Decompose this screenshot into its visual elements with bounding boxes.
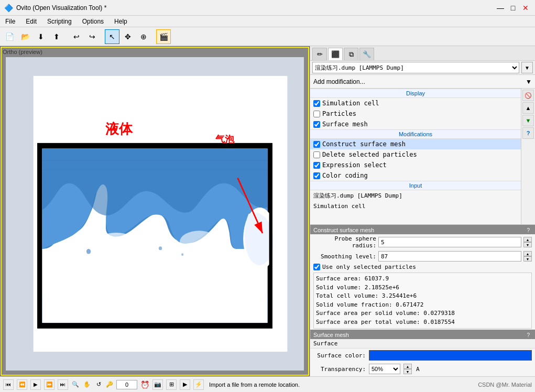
item-sim-cell-input[interactable]: Simulation cell	[310, 201, 521, 211]
stat-sa-per-total: Surface area per total volume: 0.0187554	[316, 318, 529, 327]
checkbox-surface-mesh[interactable]	[313, 121, 320, 128]
prev-frame-button[interactable]: ⏪	[17, 379, 27, 390]
redo-button[interactable]: ↪	[85, 29, 100, 44]
menu-help[interactable]: Help	[109, 16, 133, 27]
smoothing-down[interactable]: ▼	[523, 256, 532, 262]
svg-point-11	[86, 249, 91, 254]
main-layout: Ortho (preview)	[0, 46, 535, 376]
probe-sphere-label: Probe sphere radius:	[313, 235, 376, 249]
use-only-selected-checkbox[interactable]	[313, 264, 320, 270]
down-side-button[interactable]: ▼	[522, 115, 534, 126]
viewport[interactable]: Ortho (preview)	[0, 46, 310, 376]
item-surface-mesh[interactable]: Surface mesh	[310, 119, 521, 129]
record-button[interactable]: ▶	[180, 379, 190, 390]
checkbox-color-coding[interactable]	[313, 172, 320, 179]
play-button[interactable]: ▶	[30, 379, 41, 390]
surface-subheader: Surface	[313, 340, 337, 347]
menu-options[interactable]: Options	[77, 16, 109, 27]
checkbox-delete-selected[interactable]	[313, 151, 320, 158]
pipeline-expand-button[interactable]: ▼	[521, 62, 533, 73]
probe-sphere-input[interactable]: 5	[378, 237, 521, 247]
item-color-coding[interactable]: Color coding	[310, 170, 521, 181]
section-display: Display	[310, 89, 521, 98]
move-tool-button[interactable]: ✥	[121, 29, 135, 44]
minimize-button[interactable]: —	[495, 3, 506, 13]
add-modification-bar[interactable]: Add modification... ▼	[310, 75, 535, 89]
undo-button[interactable]: ↩	[69, 29, 84, 44]
menu-edit[interactable]: Edit	[20, 16, 42, 27]
probe-sphere-row: Probe sphere radius: 5 ▲ ▼	[310, 234, 535, 250]
svg-point-12	[159, 246, 162, 250]
viewport-canvas: 液体 气泡	[6, 57, 304, 371]
item-lammps-dump[interactable]: 渲染练习.dump [LAMMPS Dump]	[310, 190, 521, 201]
pipeline-list: Display Simulation cell Particles	[310, 89, 521, 224]
menu-file[interactable]: File	[0, 16, 20, 27]
frame-input[interactable]	[116, 380, 137, 389]
item-label: Particles	[322, 110, 356, 117]
zoom-icon: 🔍	[71, 381, 80, 388]
svg-point-13	[181, 253, 183, 256]
csm-badge[interactable]: ?	[525, 227, 532, 233]
open-button[interactable]: 📂	[18, 29, 32, 44]
transparency-select[interactable]: 50%	[369, 364, 400, 374]
transparency-row: Transparency: 50% ▲ ▼ A	[310, 362, 535, 376]
item-construct-surface-mesh[interactable]: Construct surface mesh	[310, 139, 521, 149]
item-label: Simulation cell	[313, 203, 365, 210]
section-modifications: Modifications	[310, 129, 521, 139]
csm-panel: Construct surface mesh ? Probe sphere ra…	[310, 225, 535, 329]
tab-layers[interactable]: ⧉	[344, 48, 358, 60]
csm-header: Construct surface mesh ?	[310, 226, 535, 234]
side-buttons: 🚫 ▲ ▼ ?	[521, 89, 535, 224]
probe-sphere-up[interactable]: ▲	[523, 237, 532, 242]
item-delete-selected[interactable]: Delete selected particles	[310, 149, 521, 160]
item-simulation-cell[interactable]: Simulation cell	[310, 98, 521, 108]
item-particles[interactable]: Particles	[310, 108, 521, 119]
close-button[interactable]: ✕	[520, 3, 531, 13]
surface-color-picker[interactable]	[369, 350, 532, 361]
smoothing-level-input[interactable]: 87	[378, 251, 521, 262]
item-label: 渲染练习.dump [LAMMPS Dump]	[313, 192, 402, 200]
first-frame-button[interactable]: ⏮	[3, 379, 14, 390]
checkbox-construct-surface-mesh[interactable]	[313, 141, 320, 148]
delete-side-button[interactable]: 🚫	[522, 90, 534, 101]
tab-edit[interactable]: ✏	[312, 48, 327, 60]
detail-panels: Construct surface mesh ? Probe sphere ra…	[310, 225, 535, 376]
svg-point-6	[94, 233, 138, 258]
add-mod-arrow: ▼	[526, 78, 532, 85]
select-tool-button[interactable]: ↖	[105, 29, 119, 44]
menu-scripting[interactable]: Scripting	[42, 16, 77, 27]
grid-button[interactable]: ⊞	[166, 379, 177, 390]
new-button[interactable]: 📄	[2, 29, 17, 44]
transparency-up[interactable]: ▲	[403, 364, 412, 369]
transparency-down[interactable]: ▼	[403, 369, 412, 374]
maximize-button[interactable]: □	[508, 3, 518, 13]
cam-button[interactable]: 📷	[152, 379, 163, 390]
transform-tool-button[interactable]: ⊕	[136, 29, 151, 44]
status-left: ⏮ ⏪ ▶ ⏩ ⏭ 🔍 ✋ ↺ 🔑 ⏰ 📷 ⊞ ▶ ⚡ Import a fil…	[3, 379, 300, 390]
transparency-spinner: ▲ ▼	[403, 364, 412, 374]
smoothing-level-row: Smoothing level: 87 ▲ ▼	[310, 250, 535, 263]
smoothing-level-label: Smoothing level:	[313, 253, 376, 260]
checkbox-simulation-cell[interactable]	[313, 100, 320, 107]
help-side-button[interactable]: ?	[522, 127, 534, 139]
app-icon: 🔷	[4, 4, 13, 12]
tab-settings[interactable]: 🔧	[359, 48, 374, 60]
pipeline-dropdown[interactable]: 渲染练习.dump [LAMMPS Dump]	[312, 62, 519, 73]
sm-badge[interactable]: ?	[525, 332, 532, 338]
checkbox-particles[interactable]	[313, 111, 320, 117]
import-button[interactable]: ⬇	[34, 29, 48, 44]
probe-sphere-down[interactable]: ▼	[523, 242, 532, 247]
next-frame-button[interactable]: ⏩	[44, 379, 54, 390]
item-expression-select[interactable]: Expression select	[310, 160, 521, 170]
up-side-button[interactable]: ▲	[522, 102, 534, 114]
tab-display[interactable]: ⬛	[328, 48, 343, 60]
checkbox-expression-select[interactable]	[313, 162, 320, 169]
sm-title: Surface mesh	[313, 332, 349, 338]
smoothing-up[interactable]: ▲	[523, 251, 532, 256]
export-button[interactable]: ⬆	[49, 29, 64, 44]
render-button[interactable]: 🎬	[156, 29, 171, 44]
script-button[interactable]: ⚡	[193, 379, 204, 390]
item-label: Delete selected particles	[322, 151, 417, 158]
last-frame-button[interactable]: ⏭	[58, 379, 68, 390]
pipeline-section: Display Simulation cell Particles	[310, 89, 535, 225]
